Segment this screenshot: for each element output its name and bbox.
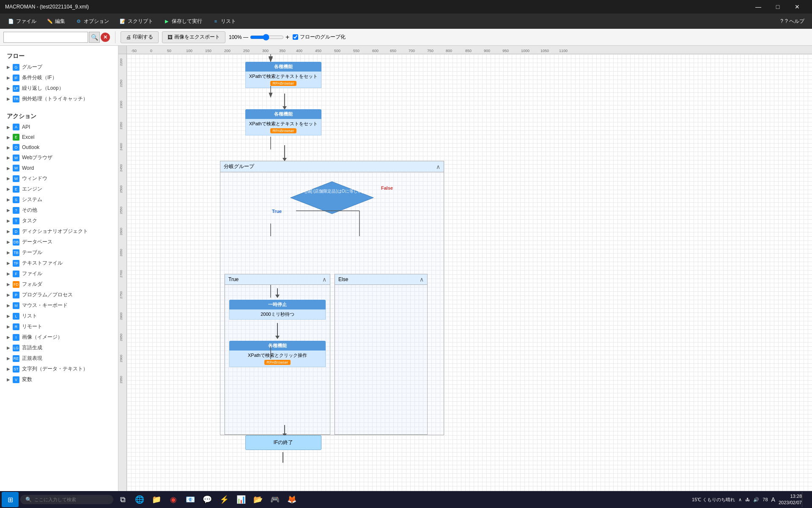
sidebar-item-system[interactable]: ▶ S システム	[0, 194, 118, 205]
sidebar-item-nlg[interactable]: ▶ LG 言語生成	[0, 342, 118, 353]
menu-save-run[interactable]: ▶ 保存して実行	[159, 16, 206, 27]
ruler-mark: 400	[296, 49, 302, 53]
else-group[interactable]: Else ∧	[335, 274, 428, 435]
sidebar-task-label: タスク	[22, 217, 37, 224]
sidebar-item-trycatch[interactable]: ▶ TR 例外処理（トライキャッチ）	[0, 94, 118, 104]
sidebar-other-label: その他	[22, 207, 37, 214]
sidebar-item-loop[interactable]: ▶ LP 繰り返し（Loop）	[0, 83, 118, 94]
menu-option[interactable]: ⚙ オプション	[71, 16, 113, 27]
taskbar-icon-taskview[interactable]: ⧉	[115, 492, 130, 507]
titlebar: MACROMAN - (test20221104_9.xml) — □ ✕	[0, 0, 812, 14]
ruler-left: 2200 2250 2300 2350 2400 2450 2500 2550 …	[118, 54, 127, 491]
menu-list[interactable]: ≡ リスト	[208, 16, 240, 27]
taskbar-icon-outlook[interactable]: 📧	[183, 492, 198, 507]
search-input[interactable]	[3, 32, 88, 43]
sidebar-item-string[interactable]: ▶ ST 文字列（データ・テキスト）	[0, 364, 118, 374]
else-group-collapse[interactable]: ∧	[420, 276, 424, 283]
taskbar-network-icon: 🖧	[745, 497, 750, 502]
sidebar-item-outlook[interactable]: ▶ O Outlook	[0, 142, 118, 152]
pause-header: 一時停止	[229, 300, 326, 309]
sidebar-item-other[interactable]: ▶ ? その他	[0, 205, 118, 215]
y-ruler-mark: 2800	[119, 312, 123, 320]
expand-arrow: ▶	[7, 250, 10, 255]
true-group[interactable]: True ∧ 一時停止 2000ミリ秒待つ	[225, 274, 330, 435]
dictionary-icon: D	[13, 228, 19, 235]
search-button[interactable]: 🔍	[89, 32, 100, 43]
zoom-plus-button[interactable]: +	[285, 33, 289, 41]
branch-group[interactable]: 分岐グループ ∧ If ([値] (店舗限定品)はOに等しい) False	[220, 161, 444, 435]
taskbar-input-icon[interactable]: A	[771, 496, 775, 503]
flow-group-checkbox[interactable]	[293, 34, 298, 40]
search-clear-button[interactable]: ✕	[101, 33, 110, 42]
sidebar-item-process[interactable]: ▶ P プログラム／プロセス	[0, 290, 118, 300]
loop-icon: LP	[13, 85, 19, 92]
sidebar-item-table[interactable]: ▶ TB テーブル	[0, 247, 118, 258]
sidebar-mouse-label: マウス・キーボード	[22, 302, 68, 309]
sidebar-item-excel[interactable]: ▶ E Excel	[0, 132, 118, 142]
sidebar-item-webbrowser[interactable]: ▶ W Webブラウザ	[0, 152, 118, 163]
flow-group-toggle[interactable]: フローのグループ化	[293, 33, 346, 41]
canvas-area[interactable]: -50 0 50 100 150 200 250 300 350 400 450…	[118, 46, 812, 491]
if-end-node[interactable]: IFの終了	[245, 435, 321, 450]
sidebar-item-database[interactable]: ▶ DB データベース	[0, 237, 118, 247]
sidebar-item-task[interactable]: ▶ T タスク	[0, 215, 118, 226]
taskbar-icon-browser2[interactable]: 🦊	[284, 492, 299, 507]
taskbar-icon-game[interactable]: 🎮	[267, 492, 283, 507]
sidebar-item-textfile[interactable]: ▶ TF テキストファイル	[0, 258, 118, 268]
expand-arrow: ▶	[7, 293, 10, 297]
outlook-icon: O	[13, 144, 19, 151]
menu-script[interactable]: 📝 スクリプト	[115, 16, 157, 27]
sidebar-item-if[interactable]: ▶ IF 条件分岐（IF）	[0, 72, 118, 83]
export-button[interactable]: 🖼 画像をエクスポート	[162, 31, 225, 43]
sidebar-item-list[interactable]: ▶ L リスト	[0, 311, 118, 321]
help-button[interactable]: ? ? ヘルプ	[776, 16, 809, 27]
taskbar-chevron[interactable]: ∧	[738, 497, 742, 502]
diamond-container[interactable]: If ([値] (店舗限定品)はOに等しい)	[290, 181, 374, 215]
taskbar-icon-excel[interactable]: 📊	[233, 492, 249, 507]
flow-node-1[interactable]: 各種機能 XPathで検索とテキストをセット RPABrowser	[245, 62, 321, 88]
menu-edit[interactable]: ✏️ 編集	[42, 16, 69, 27]
sidebar-item-window[interactable]: ▶ W ウィンドウ	[0, 173, 118, 184]
true-group-collapse[interactable]: ∧	[322, 276, 326, 283]
sidebar-item-image[interactable]: ▶ I 画像（イメージ）	[0, 332, 118, 342]
menu-file[interactable]: 📄 ファイル	[3, 16, 41, 27]
file-icon: 📄	[8, 18, 14, 25]
sidebar-item-mouse[interactable]: ▶ M マウス・キーボード	[0, 300, 118, 311]
minimize-button[interactable]: —	[749, 0, 768, 14]
flow-node-8[interactable]: 各種機能 XPathで検索とクリック操作 RPABrowser	[229, 341, 326, 367]
taskbar-icon-explorer[interactable]: 📁	[149, 492, 164, 507]
close-button[interactable]: ✕	[787, 0, 807, 14]
taskbar-icon-edge[interactable]: 🌐	[132, 492, 147, 507]
branch-group-collapse[interactable]: ∧	[436, 163, 440, 170]
sidebar-item-engine[interactable]: ▶ E エンジン	[0, 184, 118, 194]
sidebar-item-dictionary[interactable]: ▶ D ディクショナリオブジェクト	[0, 226, 118, 237]
sidebar-item-folder[interactable]: ▶ FD フォルダ	[0, 279, 118, 290]
sidebar-item-group[interactable]: ▶ G グループ	[0, 62, 118, 72]
taskbar-icon-chrome[interactable]: ◉	[166, 492, 181, 507]
expand-arrow: ▶	[7, 303, 10, 308]
export-label: 画像をエクスポート	[174, 33, 220, 41]
zoom-slider[interactable]	[250, 34, 284, 41]
sidebar-item-word[interactable]: ▶ W Word	[0, 163, 118, 173]
expand-arrow: ▶	[7, 356, 10, 361]
flow-node-pause[interactable]: 一時停止 2000ミリ秒待つ	[229, 300, 326, 320]
flow-node-2[interactable]: 各種機能 XPathで検索とテキストをセット RPABrowser	[245, 109, 321, 135]
taskbar-clock[interactable]: 13:28 2023/02/07	[779, 493, 802, 506]
ruler-mark: 1000	[521, 49, 529, 53]
sidebar-item-remote[interactable]: ▶ R リモート	[0, 321, 118, 332]
taskbar-volume-icon[interactable]: 🔊	[753, 497, 759, 502]
sidebar-item-api[interactable]: ▶ A API	[0, 122, 118, 132]
taskbar-search-input[interactable]	[34, 497, 102, 502]
taskbar-icon-powershell[interactable]: ⚡	[217, 492, 232, 507]
print-button[interactable]: 🖨 印刷する	[121, 31, 159, 43]
start-button[interactable]: ⊞	[2, 492, 19, 507]
sidebar-item-regex[interactable]: ▶ RE 正規表現	[0, 353, 118, 364]
taskbar-search[interactable]: 🔍	[20, 495, 113, 504]
taskbar-icon-teams[interactable]: 💬	[200, 492, 215, 507]
show-desktop-button[interactable]	[802, 492, 810, 507]
sidebar-item-file[interactable]: ▶ F ファイル	[0, 268, 118, 279]
sidebar-item-variable[interactable]: ▶ V 変数	[0, 374, 118, 385]
flow-diagram[interactable]: 各種機能 XPathで検索とテキストをセット RPABrowser 各種機能	[127, 54, 812, 491]
maximize-button[interactable]: □	[768, 0, 787, 14]
taskbar-icon-files[interactable]: 📂	[250, 492, 266, 507]
